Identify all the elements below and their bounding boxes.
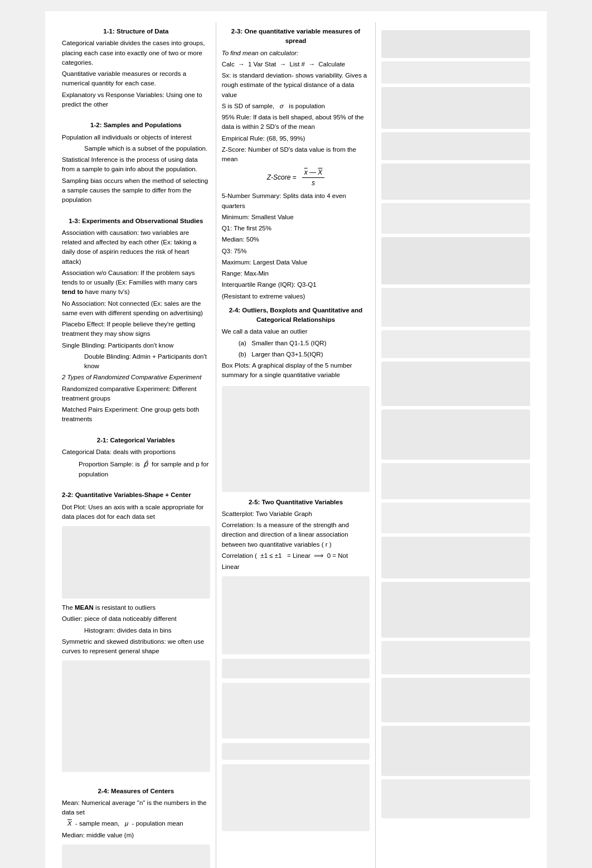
arrow1: →: [238, 61, 245, 67]
col3-block-8: [381, 288, 530, 327]
col3-block-13: [381, 503, 530, 533]
range: Range: Max-Min: [222, 269, 370, 278]
col3-block-9: [381, 330, 530, 358]
correlation-def: Correlation: Is a measure of the strengt…: [222, 520, 370, 549]
blurred-scatter-2: [222, 683, 370, 739]
blurred-boxplot: [222, 386, 370, 492]
section-1-2-title: 1-2: Samples and Populations: [62, 120, 210, 130]
col3-block-17: [381, 678, 530, 722]
calc-intro: To find mean on calculator:: [222, 49, 370, 58]
sigma-symbol: σ: [280, 103, 284, 109]
no-association: No Association: Not connected (Ex: sales…: [62, 299, 210, 319]
zscore-fraction: x — X s: [302, 167, 325, 188]
col3-block-5: [381, 163, 530, 200]
xbar-symbol: X: [67, 820, 72, 827]
mu-symbol: μ: [125, 820, 128, 827]
outlier-a: (a) Smaller than Q1-1.5 (IQR): [222, 339, 370, 348]
single-blinding: Single Blinding: Participants don't know: [62, 341, 210, 350]
column-2: 2-3: One quantitative variable measures …: [216, 22, 376, 868]
minimum: Minimum: Smallest Value: [222, 213, 370, 222]
sx-text: Sx: is standard deviation- shows variabi…: [222, 71, 370, 100]
randomized-comparative: Randomized comparative Experiment: Diffe…: [62, 384, 210, 404]
association-causation: Association with causation: two variable…: [62, 228, 210, 267]
histogram-def: Histogram: divides data in bins: [62, 626, 210, 635]
zscore-formula: Z-Score = x — X s: [222, 167, 370, 188]
col3-block-3: [381, 87, 530, 129]
col3-block-10: [381, 361, 530, 406]
column-1: 1-1: Structure of Data Categorical varia…: [56, 22, 216, 868]
section-1-3-title: 1-3: Experiments and Observational Studi…: [62, 216, 210, 226]
explanatory-def: Explanatory vs Response Variables: Using…: [62, 90, 210, 110]
statistical-inference: Statistical Inference is the process of …: [62, 155, 210, 175]
median-def: Median: middle value (m): [62, 831, 210, 840]
section-2-4b-title: 2-4: Outliers, Boxplots and Quantitative…: [222, 306, 370, 325]
q1: Q1: The first 25%: [222, 224, 370, 233]
col3-block-15: [381, 582, 530, 638]
section-2-5-title: 2-5: Two Quantitative Variables: [222, 498, 370, 507]
sampling-bias: Sampling bias occurs when the method of …: [62, 176, 210, 205]
col3-block-19: [381, 779, 530, 818]
blurred-graph-1: [62, 526, 210, 599]
xbar-mu: X - sample mean, μ - population mean: [62, 819, 210, 828]
quantitative-def: Quantitative variable measures or record…: [62, 69, 210, 89]
maximum: Maximum: Largest Data Value: [222, 258, 370, 267]
col3-block-11: [381, 409, 530, 460]
empirical-rule: Empirical Rule: (68, 95, 99%): [222, 134, 370, 143]
proportion-sample: Proportion Sample: is p̂ for sample and …: [62, 459, 210, 479]
sample-def: Sample which is a subset of the populati…: [62, 144, 210, 153]
median-50: Median: 50%: [222, 235, 370, 244]
s-sigma: S is SD of sample, σ is population: [222, 102, 370, 111]
mean-def: Mean: Numerical average "n" is the numbe…: [62, 798, 210, 818]
five-num-summary: 5-Number Summary: Splits data into 4 eve…: [222, 191, 370, 211]
dot-plot: Dot Plot: Uses an axis with a scale appr…: [62, 503, 210, 522]
page: 1-1: Structure of Data Categorical varia…: [45, 11, 547, 868]
col3-block-18: [381, 726, 530, 776]
col3-block-6: [381, 203, 530, 234]
rule-95: 95% Rule: If data is bell shaped, about …: [222, 113, 370, 132]
col3-block-4: [381, 132, 530, 160]
categorical-def: Categorical variable divides the cases i…: [62, 38, 210, 67]
col3-block-2: [381, 61, 530, 84]
section-2-2-title: 2-2: Quantitative Variables-Shape + Cent…: [62, 490, 210, 500]
section-1-1-title: 1-1: Structure of Data: [62, 27, 210, 36]
types-italic: 2 Types of Randomized Comparative Experi…: [62, 374, 201, 380]
arrow2: →: [280, 61, 287, 67]
double-blinding: Double Blinding: Admin + Participants do…: [62, 352, 210, 372]
arrow3: →: [308, 61, 315, 67]
blurred-text-block: [222, 659, 370, 678]
resistant-note: (Resistant to extreme values): [222, 292, 370, 301]
zscore-text: Z-Score: Number of SD's data value is fr…: [222, 145, 370, 165]
blurred-table: [222, 764, 370, 831]
outlier-def: We call a data value an outlier: [222, 327, 370, 336]
iqr: Interquartile Range (IQR): Q3-Q1: [222, 280, 370, 290]
types-randomized: 2 Types of Randomized Comparative Experi…: [62, 373, 210, 382]
col3-block-16: [381, 641, 530, 674]
mean-resistant: The MEAN is resistant to outliers: [62, 603, 210, 613]
tend-to-bold: tend to: [62, 288, 83, 295]
placebo-effect: Placebo Effect: If people believe they'r…: [62, 320, 210, 339]
scatterplot-def: Scatterplot: Two Variable Graph: [222, 509, 370, 519]
symmetric-skewed: Symmetric and skewed distributions: we o…: [62, 637, 210, 657]
phat-symbol: p̂: [143, 460, 148, 468]
association-no-causation: Association w/o Causation: If the proble…: [62, 268, 210, 297]
mean-bold: MEAN: [75, 604, 94, 611]
calc-steps: Calc → 1 Var Stat → List # → Calculate: [222, 60, 370, 69]
col3-block-12: [381, 463, 530, 499]
not-label: Not: [338, 552, 348, 559]
blurred-graph-3: [62, 845, 210, 868]
blurred-graph-2: [62, 660, 210, 772]
matched-pairs: Matched Pairs Experiment: One group gets…: [62, 405, 210, 425]
implies-arrow: ⟹: [314, 552, 323, 559]
zscore-label: Z-Score: [267, 173, 291, 181]
categorical-data: Categorical Data: deals with proportions: [62, 447, 210, 457]
linear-label: Linear: [293, 552, 310, 559]
col3-block-7: [381, 237, 530, 284]
blurred-scatter: [222, 576, 370, 654]
column-3: [376, 22, 536, 868]
q3: Q3: 75%: [222, 247, 370, 256]
col3-block-14: [381, 537, 530, 578]
section-2-4-title: 2-4: Measures of Centers: [62, 787, 210, 796]
outlier-b: (b) Larger than Q3+1.5(IQR): [222, 350, 370, 359]
correlation-formula: Correlation ( ±1 ≤ ±1 = Linear ⟹ 0 = Not: [222, 551, 370, 561]
boxplot-def: Box Plots: A graphical display of the 5 …: [222, 361, 370, 380]
